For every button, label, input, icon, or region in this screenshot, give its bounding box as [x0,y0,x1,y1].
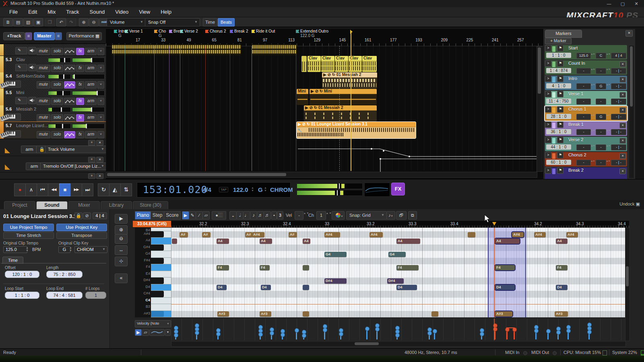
marker-timesig[interactable]: - | - [611,129,626,135]
track-mute-button[interactable]: mute [37,65,50,72]
track-row-5.6[interactable]: 5.6Messiah 2mutesolofxarm˅ [0,105,106,122]
track-mute-button[interactable]: mute [37,114,50,121]
clip-clavstub[interactable] [301,56,307,72]
pr-duration-0[interactable]: 𝅝 [229,211,237,220]
marker-color-swatch[interactable] [552,123,555,128]
pr-duration-4[interactable]: ♬ [257,211,264,220]
pr-ch-value[interactable]: 1 [316,211,326,220]
track-options-chevron[interactable]: ˅ [97,48,104,55]
midi-note-As4[interactable]: A# [202,232,211,237]
clip-clav[interactable]: Clav [308,56,321,72]
piano-key-Fs4[interactable]: F#4 [135,258,171,264]
marker-position[interactable]: 28 : 1 : 0 [546,114,571,119]
track-fx-button[interactable]: fx [76,131,84,138]
marker-delete-button[interactable]: ✕ [619,138,626,144]
use-project-key-button[interactable]: Use Project Key [56,224,107,231]
pr-duration-3[interactable]: ♪ [250,211,257,220]
redo-icon[interactable]: ↷ [66,18,76,27]
clip-clav[interactable]: Clav [335,56,348,72]
velocity-stem[interactable] [303,330,304,339]
marker-expand-button[interactable]: > [545,106,551,113]
lane-add-button[interactable]: + [88,173,95,179]
dock-tab-library[interactable]: Library [101,201,132,210]
track-options-chevron[interactable]: ˅ [97,98,104,105]
velocity-handle[interactable] [270,331,274,335]
velocity-stem[interactable] [547,329,549,339]
track-volume-slider[interactable] [47,90,71,96]
speaker-button[interactable] [28,64,36,71]
add-track-button[interactable]: +Track [3,32,25,40]
track-fx-button[interactable]: fx [76,81,84,88]
midi-note-D4[interactable]: D4 [261,285,271,290]
pr-note-draw-mode[interactable]: ●⿲ [212,211,226,220]
add-track-menu-button[interactable]: ≡ [25,32,32,40]
lane-fold-arrow[interactable] [5,148,10,153]
track-fx-button[interactable]: fx [76,65,84,72]
track-fx-button[interactable]: fx [76,98,84,105]
marker-color-swatch[interactable] [552,46,555,52]
marker-key-spinner[interactable]: ▲▼ [606,129,609,134]
velocity-stem[interactable] [340,328,341,339]
midi-note-As4[interactable]: A#4 [252,232,264,237]
velocity-stem[interactable] [217,328,219,339]
master-menu-button[interactable]: ≡ [55,32,62,40]
velocity-stem[interactable] [396,326,398,339]
velocity-lane[interactable] [171,319,625,340]
marker-delete-button[interactable]: ✕ [619,123,626,128]
marker-expand-button[interactable]: > [545,76,551,82]
piano-key-A4[interactable]: A4 [135,238,171,244]
maximize-button[interactable]: ▢ [616,0,630,7]
menu-help[interactable]: Help [155,7,177,16]
midi-note-G4[interactable]: G4 [388,252,406,257]
dock-tab-sound[interactable]: Sound [36,201,68,210]
tap-tempo-button[interactable]: TAP [219,187,228,192]
marker-key[interactable]: - [596,160,606,166]
pr-pencil-tool[interactable]: ✎ [189,211,196,220]
menu-video[interactable]: Video [110,7,134,16]
bpm-spinner[interactable]: ▲▼ [251,186,254,192]
num-loops-field[interactable]: 1 [85,292,106,299]
track-solo-button[interactable]: solo [51,48,63,55]
editor-collapse-button[interactable]: « [115,274,128,283]
marker-key-spinner[interactable]: ▲▼ [606,68,609,73]
orig-key-spinner[interactable]: ▲▼ [69,246,72,252]
velocity-stem[interactable] [196,323,197,339]
pr-vscroll-thumb[interactable] [626,266,629,286]
track-mute-button[interactable]: mute [37,98,50,105]
track-env-button[interactable] [64,65,75,72]
arrange-vscroll-thumb[interactable] [538,47,541,94]
clip-thin[interactable] [252,44,297,55]
editor-zoom-in-button[interactable]: ⊕ [115,225,128,235]
orig-key-field[interactable]: G [58,246,70,253]
midi-note-A4[interactable]: A4 [495,239,520,244]
marker-tempo[interactable]: - [576,68,591,74]
velocity-handle[interactable] [195,331,199,335]
piano-key-C4[interactable]: C4 [135,298,171,304]
track-env-button[interactable] [64,81,75,88]
draw-pencil-button[interactable]: ✎ [15,97,27,104]
speaker-button[interactable] [28,97,36,104]
lane-close-button[interactable]: ✕ [96,173,103,179]
track-env-button[interactable] [64,131,75,138]
lane-close-button[interactable]: ✕ [96,140,103,146]
marker-tempo[interactable]: - [576,144,591,150]
marker-key[interactable]: - [596,129,606,135]
marker-color-swatch[interactable] [552,169,555,174]
midi-note-As3[interactable] [431,311,438,317]
velocity-stem[interactable] [506,327,508,339]
marker-delete-button[interactable]: ✕ [619,169,626,174]
pr-select-tool[interactable]: ▶ [182,211,189,220]
midi-note-F4[interactable]: F4 [495,265,515,270]
zoom-in-icon[interactable]: ⊕ [79,18,89,27]
velocity-handle[interactable] [174,333,178,337]
marker-timesig[interactable]: 4 | 4 [611,53,626,59]
midi-note-D4[interactable]: D4 [396,285,417,290]
pr-duration-1[interactable]: 𝅗𝅥 [236,211,244,220]
velocity-stem[interactable] [481,328,482,339]
velocity-eraser-tool[interactable]: ▱ [142,329,149,336]
track-mute-button[interactable]: mute [37,81,50,88]
marker-color-swatch[interactable] [552,138,555,144]
track-solo-button[interactable]: solo [51,81,63,88]
velocity-handle[interactable] [433,329,437,333]
pr-triplet[interactable]: 3 [277,211,283,220]
